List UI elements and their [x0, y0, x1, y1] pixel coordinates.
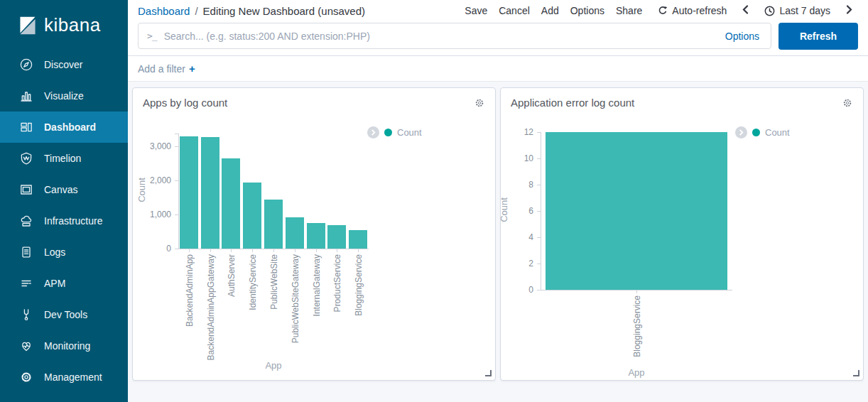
- x-tick: [252, 249, 253, 252]
- y-tick: [537, 132, 541, 133]
- sidebar-item-monitoring[interactable]: Monitoring: [0, 330, 128, 362]
- y-tick-label: 4: [501, 232, 533, 242]
- sidebar-item-logs[interactable]: Logs: [0, 237, 128, 268]
- chevron-right-icon: [846, 5, 852, 14]
- sidebar-item-canvas[interactable]: Canvas: [0, 174, 128, 205]
- bar-BackendAdminAppGateway[interactable]: [201, 137, 219, 249]
- time-range-button[interactable]: Last 7 days: [760, 2, 835, 19]
- x-axis-title: App: [541, 367, 732, 378]
- search-box: >_ Options: [138, 23, 771, 49]
- panel-resize-handle[interactable]: [853, 370, 859, 376]
- x-tick: [231, 249, 232, 252]
- chart-area: 024681012BloggingServiceCountApp: [501, 88, 863, 380]
- y-axis-title: Count: [499, 189, 509, 232]
- kibana-app: kibana DiscoverVisualizeDashboardTimelio…: [0, 0, 868, 402]
- sidebar-item-label: Discover: [44, 59, 82, 70]
- dashboard-grid: Apps by log countCount01,0002,0003,000Ba…: [128, 82, 868, 402]
- sidebar-item-management[interactable]: Management: [0, 362, 128, 393]
- sidebar-item-discover[interactable]: Discover: [0, 49, 128, 80]
- bar-BackendAdminApp[interactable]: [180, 136, 198, 249]
- x-tick-label: BackendAdminAppGateway: [200, 254, 221, 356]
- y-tick: [537, 237, 541, 238]
- save-button[interactable]: Save: [459, 2, 493, 19]
- brand-name: kibana: [44, 14, 101, 36]
- y-tick: [175, 214, 178, 215]
- cloud-server-icon: [19, 214, 33, 228]
- breadcrumb: Dashboard / Editing New Dashboard (unsav…: [138, 5, 365, 17]
- y-axis-line: [178, 134, 179, 249]
- y-tick: [537, 290, 541, 290]
- bar-AuthServer[interactable]: [222, 158, 240, 249]
- x-tick-label: InternalGateway: [305, 254, 327, 356]
- time-back-button[interactable]: [737, 2, 754, 19]
- sidebar-item-infrastructure[interactable]: Infrastructure: [0, 205, 128, 237]
- sidebar: kibana DiscoverVisualizeDashboardTimelio…: [0, 0, 128, 402]
- sidebar-item-label: Canvas: [44, 184, 77, 195]
- y-tick-label: 10: [501, 153, 533, 163]
- sidebar-item-dev-tools[interactable]: Dev Tools: [0, 299, 128, 330]
- sidebar-item-timelion[interactable]: Timelion: [0, 143, 128, 174]
- bar-BloggingService[interactable]: [546, 132, 727, 290]
- main-area: Dashboard / Editing New Dashboard (unsav…: [128, 0, 868, 402]
- gear-icon: [19, 370, 33, 384]
- share-button[interactable]: Share: [610, 2, 648, 19]
- x-tick-label: ProductService: [326, 254, 347, 356]
- sidebar-item-visualize[interactable]: Visualize: [0, 80, 128, 112]
- x-tick-label: IdentityService: [242, 254, 263, 356]
- panel-resize-handle[interactable]: [485, 370, 492, 376]
- sidebar-item-label: Monitoring: [44, 340, 90, 352]
- sidebar-item-label: Dev Tools: [44, 309, 87, 320]
- bar-ProductService[interactable]: [327, 225, 346, 249]
- shield-icon: [19, 151, 33, 165]
- x-tick-label: PublicWebSite: [263, 254, 284, 356]
- sidebar-item-label: APM: [44, 278, 65, 289]
- add-button[interactable]: Add: [536, 2, 565, 19]
- sidebar-item-dashboard[interactable]: Dashboard: [0, 112, 128, 143]
- y-tick-label: 0: [139, 244, 171, 254]
- x-axis-title: App: [178, 360, 369, 371]
- sidebar-item-label: Timelion: [44, 153, 81, 164]
- bar-IdentityService[interactable]: [243, 183, 261, 249]
- breadcrumb-dashboard-link[interactable]: Dashboard: [138, 5, 190, 17]
- y-tick: [175, 249, 178, 249]
- refresh-button[interactable]: Refresh: [779, 23, 858, 50]
- sidebar-item-apm[interactable]: APM: [0, 268, 128, 299]
- dashboard-panel-2: Application error log countCount02468101…: [500, 87, 864, 381]
- kibana-logo[interactable]: kibana: [0, 0, 128, 49]
- x-tick: [316, 249, 317, 252]
- bar-BloggingService[interactable]: [349, 230, 367, 249]
- x-tick-label: PublicWebSiteGateway: [284, 254, 305, 356]
- x-tick-label: BloggingService: [347, 254, 369, 356]
- options-button[interactable]: Options: [565, 2, 610, 19]
- y-tick: [537, 185, 541, 185]
- terminal-icon: >_: [147, 31, 157, 41]
- x-tick: [295, 249, 295, 252]
- time-forward-button[interactable]: [840, 2, 858, 19]
- add-filter-button[interactable]: Add a filter +: [138, 63, 195, 75]
- bar-InternalGateway[interactable]: [307, 223, 325, 249]
- frame-icon: [19, 183, 33, 197]
- auto-refresh-button[interactable]: Auto-refresh: [653, 2, 731, 19]
- bar-PublicWebSiteGateway[interactable]: [286, 217, 304, 249]
- y-tick-label: 2: [501, 259, 533, 268]
- sidebar-nav: DiscoverVisualizeDashboardTimelionCanvas…: [0, 49, 128, 393]
- bar-PublicWebSite[interactable]: [264, 200, 283, 249]
- cancel-button[interactable]: Cancel: [493, 2, 536, 19]
- kibana-logo-icon: [18, 16, 37, 35]
- y-tick: [537, 264, 541, 264]
- y-tick-label: 3,000: [139, 141, 171, 151]
- search-input[interactable]: [164, 31, 722, 42]
- refresh-icon: [658, 6, 668, 16]
- filter-bar: Add a filter +: [128, 56, 868, 82]
- breadcrumb-row: Dashboard / Editing New Dashboard (unsav…: [128, 0, 868, 21]
- chart-area: 01,0002,0003,000BackendAdminAppBackendAd…: [133, 88, 495, 380]
- y-axis-line: [541, 132, 541, 290]
- x-tick: [210, 249, 211, 252]
- breadcrumb-current: Editing New Dashboard (unsaved): [203, 5, 365, 17]
- plus-icon: +: [189, 63, 195, 75]
- search-row: >_ Options Refresh: [128, 21, 868, 55]
- x-tick: [337, 249, 337, 252]
- query-options-link[interactable]: Options: [722, 31, 762, 42]
- y-tick: [175, 180, 178, 181]
- clock-icon: [764, 6, 775, 16]
